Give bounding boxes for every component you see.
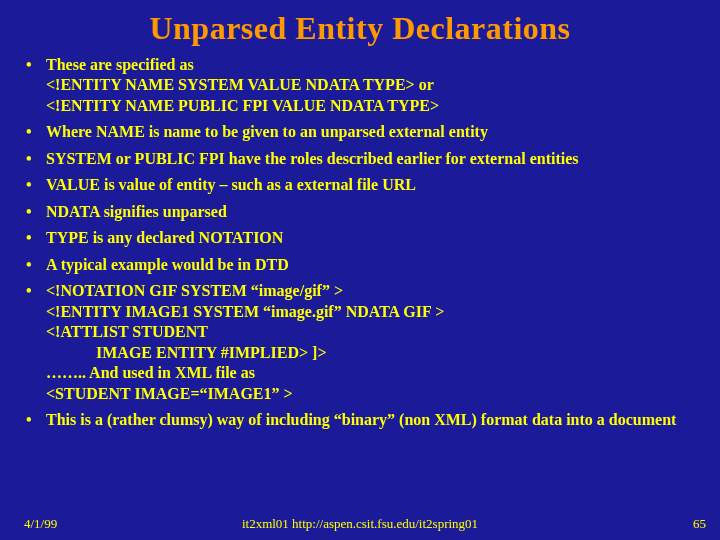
bullet-text: <!ENTITY NAME SYSTEM VALUE NDATA TYPE> o…	[46, 76, 434, 93]
list-item: Where NAME is name to be given to an unp…	[20, 122, 700, 142]
list-item: VALUE is value of entity – such as a ext…	[20, 175, 700, 195]
list-item: This is a (rather clumsy) way of includi…	[20, 410, 700, 430]
bullet-text: A typical example would be in DTD	[46, 256, 289, 273]
list-item: A typical example would be in DTD	[20, 255, 700, 275]
bullet-text: <!ENTITY NAME PUBLIC FPI VALUE NDATA TYP…	[46, 97, 439, 114]
bullet-text: <STUDENT IMAGE=“IMAGE1” >	[46, 385, 293, 402]
footer-center: it2xml01 http://aspen.csit.fsu.edu/it2sp…	[0, 516, 720, 532]
list-item: SYSTEM or PUBLIC FPI have the roles desc…	[20, 149, 700, 169]
bullet-text: SYSTEM or PUBLIC FPI have the roles desc…	[46, 150, 579, 167]
list-item: NDATA signifies unparsed	[20, 202, 700, 222]
bullet-text: NDATA signifies unparsed	[46, 203, 227, 220]
list-item: These are specified as <!ENTITY NAME SYS…	[20, 55, 700, 116]
bullet-text: <!ATTLIST STUDENT	[46, 323, 208, 340]
list-item: TYPE is any declared NOTATION	[20, 228, 700, 248]
bullet-text: VALUE is value of entity – such as a ext…	[46, 176, 416, 193]
slide: Unparsed Entity Declarations These are s…	[0, 0, 720, 540]
bullet-text: TYPE is any declared NOTATION	[46, 229, 283, 246]
slide-title: Unparsed Entity Declarations	[20, 10, 700, 47]
bullet-text: IMAGE ENTITY #IMPLIED> ]>	[46, 343, 700, 363]
list-item: <!NOTATION GIF SYSTEM “image/gif” > <!EN…	[20, 281, 700, 404]
bullet-text: <!ENTITY IMAGE1 SYSTEM “image.gif” NDATA…	[46, 303, 444, 320]
bullet-text: <!NOTATION GIF SYSTEM “image/gif” >	[46, 282, 343, 299]
footer-page-number: 65	[693, 516, 706, 532]
bullet-list: These are specified as <!ENTITY NAME SYS…	[20, 55, 700, 431]
bullet-text: Where NAME is name to be given to an unp…	[46, 123, 488, 140]
bullet-text: These are specified as	[46, 56, 194, 73]
bullet-text: …….. And used in XML file as	[46, 364, 255, 381]
bullet-text: This is a (rather clumsy) way of includi…	[46, 411, 676, 428]
